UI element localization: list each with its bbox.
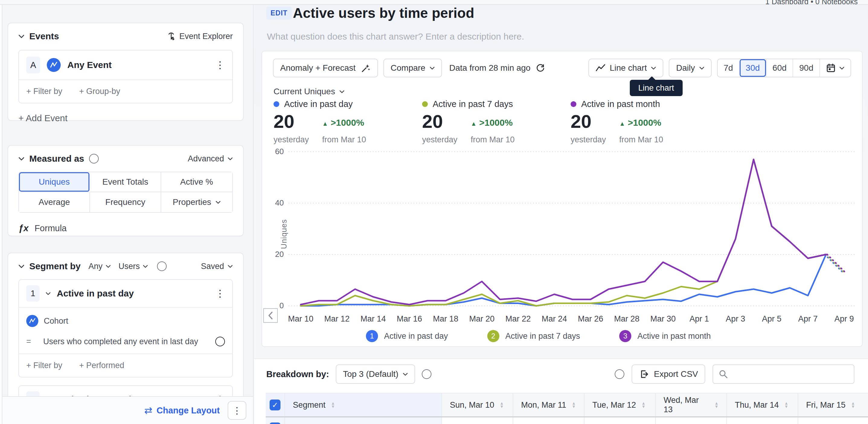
x-tick-label: Mar 24 <box>533 314 576 324</box>
data-freshness: Data from 28 min ago <box>449 63 546 73</box>
sort-icon[interactable]: ▲▼ <box>714 402 718 408</box>
breakdown-selector-dropdown[interactable]: Top 3 (Default) <box>336 365 415 384</box>
table-body: ✓Active in past day0000000 <box>266 417 868 424</box>
column-header-4[interactable]: Wed, Mar 13▲▼ <box>656 393 727 417</box>
event-menu-button[interactable]: ⋮ <box>215 60 225 70</box>
collapse-segment-icon[interactable] <box>19 264 25 268</box>
range-7d-button[interactable]: 7d <box>718 59 739 77</box>
column-header-3[interactable]: Tue, Mar 12▲▼ <box>585 393 656 417</box>
saved-dropdown[interactable]: Saved <box>201 262 233 271</box>
export-csv-button[interactable]: Export CSV <box>631 365 705 384</box>
segment-users-dropdown[interactable]: Users <box>119 262 148 271</box>
series-color-dot <box>422 101 428 107</box>
column-header-0[interactable]: Segment▲▼ <box>285 393 442 417</box>
measure-option-active-[interactable]: Active % <box>161 172 232 192</box>
table-search-input[interactable] <box>713 365 855 384</box>
advanced-label: Advanced <box>188 154 224 164</box>
collapse-events-icon[interactable] <box>19 34 25 38</box>
table-info-icon[interactable] <box>615 369 624 379</box>
legend-item[interactable]: 1 Active in past day <box>366 330 448 342</box>
segment-filter-by-button[interactable]: + Filter by <box>26 361 62 370</box>
sort-icon[interactable]: ▲▼ <box>784 402 788 408</box>
column-header-5[interactable]: Thu, Mar 14▲▼ <box>727 393 798 417</box>
column-header-2[interactable]: Mon, Mar 11▲▼ <box>513 393 585 417</box>
operator[interactable]: = <box>26 337 35 346</box>
add-event-button[interactable]: + Add Event <box>19 113 233 123</box>
granularity-dropdown[interactable]: Daily <box>669 59 711 77</box>
chart-legend: 1 Active in past day 2 Active in past 7 … <box>366 330 711 342</box>
measure-option-frequency[interactable]: Frequency <box>90 192 161 212</box>
segment-info-icon[interactable] <box>157 261 167 271</box>
measured-info-icon[interactable] <box>89 154 99 164</box>
collapse-measured-icon[interactable] <box>19 157 25 161</box>
search-icon <box>718 369 728 379</box>
sort-icon[interactable]: ▲▼ <box>500 402 504 408</box>
segment-any-dropdown[interactable]: Any <box>89 262 111 271</box>
cohort-icon <box>26 315 38 327</box>
measure-option-event-totals[interactable]: Event Totals <box>90 172 161 192</box>
range-90d-button[interactable]: 90d <box>793 59 819 77</box>
chevron-down-icon <box>143 265 148 268</box>
sort-icon[interactable]: ▲▼ <box>851 402 855 408</box>
metric-name: Active in past month <box>581 99 660 109</box>
page-title[interactable]: Active users by time period <box>293 5 474 21</box>
anomaly-forecast-button[interactable]: Anomaly + Forecast <box>273 59 378 77</box>
filter-by-button[interactable]: + Filter by <box>26 87 62 96</box>
chart-type-dropdown[interactable]: Line chart <box>588 59 663 77</box>
select-all-checkbox[interactable]: ✓ <box>270 399 280 411</box>
users-label: Users <box>119 262 140 271</box>
segment-name[interactable]: Active in past day <box>57 288 134 299</box>
compare-dropdown[interactable]: Compare <box>383 59 442 77</box>
legend-item[interactable]: 3 Active in past month <box>619 330 711 342</box>
value-cell: 0 <box>585 417 656 424</box>
metric-value: 20 <box>274 112 309 131</box>
date-range-calendar-button[interactable] <box>819 59 850 77</box>
event-explorer-button[interactable]: Event Explorer <box>167 31 233 41</box>
group-by-button[interactable]: + Group-by <box>79 87 120 96</box>
chart-scroll-left-button[interactable] <box>263 308 278 323</box>
breakdown-info-icon[interactable] <box>422 369 431 379</box>
cohort-description[interactable]: Users who completed any event in last da… <box>43 337 208 346</box>
data-freshness-label: Data from 28 min ago <box>449 63 530 73</box>
segment-index-badge[interactable]: 1 <box>26 285 39 302</box>
sort-icon[interactable]: ▲▼ <box>642 402 646 408</box>
chart-type-label: Line chart <box>610 63 647 73</box>
formula-button[interactable]: ƒx Formula <box>19 223 233 233</box>
cohort-label[interactable]: Cohort <box>44 316 68 326</box>
event-letter-badge[interactable]: A <box>26 57 40 74</box>
sidebar-more-button[interactable]: ⋮ <box>228 401 246 420</box>
range-30d-button[interactable]: 30d <box>739 59 766 77</box>
report-main: EDIT Active users by time period What qu… <box>254 5 868 424</box>
event-name[interactable]: Any Event <box>67 60 112 70</box>
breakdown-table: ✓Segment▲▼Sun, Mar 10▲▼Mon, Mar 11▲▼Tue,… <box>266 393 868 424</box>
refresh-icon[interactable] <box>535 63 546 73</box>
segment-menu-button[interactable]: ⋮ <box>215 289 225 298</box>
range-60d-button[interactable]: 60d <box>766 59 793 77</box>
sort-icon[interactable]: ▲▼ <box>572 402 576 408</box>
x-tick-label: Apr 3 <box>714 314 756 324</box>
segment-performed-button[interactable]: + Performed <box>79 361 124 370</box>
measure-option-uniques[interactable]: Uniques <box>19 172 90 192</box>
breadcrumb[interactable]: 1 Dashboard • 0 Notebooks <box>765 0 858 6</box>
column-header-label: Segment <box>293 400 326 410</box>
sort-icon[interactable]: ▲▼ <box>331 402 335 408</box>
measure-option-properties[interactable]: Properties <box>161 192 232 212</box>
metric-card: Active in past 7 days 20 ▲ >1000% yester… <box>422 99 570 144</box>
anomaly-forecast-label: Anomaly + Forecast <box>280 63 355 73</box>
cohort-info-icon[interactable] <box>215 337 225 346</box>
measure-option-average[interactable]: Average <box>19 192 90 212</box>
line-chart[interactable] <box>289 142 856 311</box>
edit-badge[interactable]: EDIT <box>266 7 292 20</box>
description-placeholder[interactable]: What question does this chart answer? En… <box>267 31 524 42</box>
current-uniques-dropdown[interactable]: Current Uniques <box>274 87 344 96</box>
expand-segment-icon[interactable] <box>45 292 51 295</box>
metric-change: ▲ >1000% <box>471 118 515 131</box>
change-layout-button[interactable]: ⇄ Change Layout <box>144 405 220 416</box>
measure-option-label: Average <box>39 197 70 207</box>
column-header-1[interactable]: Sun, Mar 10▲▼ <box>442 393 513 417</box>
column-header-6[interactable]: Fri, Mar 15▲▼ <box>798 393 868 417</box>
legend-item[interactable]: 2 Active in past 7 days <box>487 330 580 342</box>
row-checkbox[interactable]: ✓ <box>270 423 280 424</box>
advanced-dropdown[interactable]: Advanced <box>188 154 233 164</box>
table-row[interactable]: ✓Active in past day0000000 <box>266 417 868 424</box>
